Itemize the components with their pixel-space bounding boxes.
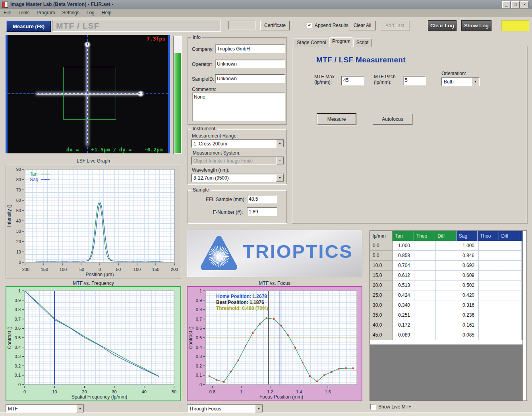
efl-field[interactable]: 48.5 bbox=[247, 195, 277, 203]
table-row[interactable]: 10.00.7040.692 bbox=[370, 261, 522, 271]
table-cell[interactable]: 0.424 bbox=[393, 290, 414, 300]
table-cell[interactable] bbox=[479, 310, 500, 320]
column-header[interactable]: Tan bbox=[393, 231, 414, 241]
maximize-icon[interactable]: ❐ bbox=[511, 1, 520, 8]
table-cell[interactable]: 0.236 bbox=[457, 310, 479, 320]
column-header[interactable]: Theo bbox=[478, 231, 499, 241]
table-scrollbar[interactable] bbox=[522, 231, 526, 401]
table-cell[interactable]: 0.316 bbox=[457, 300, 479, 310]
sampleid-field[interactable]: Unknown bbox=[215, 74, 285, 83]
tab-program[interactable]: Program bbox=[329, 37, 353, 47]
table-cell[interactable]: 0.340 bbox=[393, 300, 414, 310]
chevron-down-icon[interactable]: ▼ bbox=[276, 174, 284, 182]
table-cell[interactable]: 0.692 bbox=[457, 261, 479, 271]
table-cell[interactable] bbox=[414, 271, 436, 281]
table-cell[interactable] bbox=[500, 281, 522, 290]
mtf-focus-chart[interactable]: 00.10.20.30.40.50.60.70.80.910.811.21.41… bbox=[187, 286, 362, 401]
table-cell[interactable] bbox=[414, 330, 436, 340]
table-cell[interactable]: 0.161 bbox=[457, 320, 479, 330]
table-cell[interactable]: 0.612 bbox=[393, 271, 414, 281]
table-cell[interactable] bbox=[436, 261, 457, 271]
table-cell[interactable] bbox=[500, 310, 522, 320]
column-header[interactable]: Diff bbox=[499, 231, 520, 241]
table-cell[interactable]: 1.000 bbox=[457, 241, 479, 251]
table-cell[interactable] bbox=[479, 281, 500, 290]
table-cell[interactable] bbox=[436, 251, 457, 261]
table-cell[interactable] bbox=[414, 261, 436, 271]
certificate-button[interactable]: Certificate bbox=[260, 21, 290, 30]
measure-button[interactable]: Measure bbox=[317, 114, 356, 125]
table-cell[interactable] bbox=[414, 310, 436, 320]
lsf-chart[interactable]: 0102030405060708090-200-150-100-50050100… bbox=[6, 164, 181, 279]
table-cell[interactable] bbox=[500, 261, 522, 271]
show-log-button[interactable]: Show Log bbox=[461, 20, 491, 31]
table-cell[interactable] bbox=[500, 290, 522, 300]
table-cell[interactable] bbox=[414, 281, 436, 290]
menu-tools[interactable]: Tools bbox=[15, 9, 33, 17]
mtf-pitch-field[interactable]: 5 bbox=[403, 76, 426, 85]
table-cell[interactable] bbox=[436, 320, 457, 330]
table-cell[interactable]: 0.089 bbox=[393, 330, 414, 340]
table-cell[interactable] bbox=[436, 281, 457, 290]
operator-field[interactable]: Unknown bbox=[215, 60, 285, 68]
menu-help[interactable]: Help bbox=[98, 9, 115, 17]
table-cell[interactable] bbox=[414, 290, 436, 300]
mtf-max-field[interactable]: 45 bbox=[341, 76, 364, 85]
chevron-down-icon[interactable]: ▼ bbox=[255, 405, 263, 412]
clear-all-button[interactable]: Clear All bbox=[349, 21, 376, 30]
table-cell[interactable]: 1.000 bbox=[393, 241, 414, 251]
roi-rectangle[interactable] bbox=[63, 67, 116, 120]
graph-type-select[interactable]: MTF ▼ bbox=[6, 404, 84, 413]
camera-live-view[interactable]: 7.3fps dx = +1.5µm / dy = -0.2µm bbox=[6, 35, 170, 153]
table-row[interactable]: 25.00.4240.420 bbox=[370, 290, 522, 300]
table-row[interactable]: 45.00.0890.085 bbox=[370, 330, 522, 340]
column-header[interactable]: lp/mm bbox=[370, 231, 393, 241]
table-cell[interactable] bbox=[500, 300, 522, 310]
table-cell[interactable] bbox=[479, 290, 500, 300]
company-field[interactable]: Trioptics GmbH bbox=[215, 45, 285, 53]
table-row[interactable]: 15.00.6120.609 bbox=[370, 271, 522, 281]
table-cell[interactable] bbox=[436, 310, 457, 320]
table-cell[interactable] bbox=[479, 271, 500, 281]
table-cell[interactable]: 0.085 bbox=[457, 330, 479, 340]
table-cell[interactable]: 0.858 bbox=[393, 251, 414, 261]
chevron-down-icon[interactable]: ▼ bbox=[276, 140, 284, 147]
tab-stage-control[interactable]: Stage Control bbox=[294, 39, 329, 47]
measure-f8-button[interactable]: Measure (F8) bbox=[6, 21, 51, 32]
column-header[interactable]: Sag bbox=[457, 231, 478, 241]
table-cell[interactable]: 0.420 bbox=[457, 290, 479, 300]
comments-field[interactable]: None bbox=[192, 93, 285, 121]
table-cell[interactable] bbox=[479, 300, 500, 310]
table-cell[interactable] bbox=[500, 241, 522, 251]
table-cell[interactable]: 0.172 bbox=[393, 320, 414, 330]
menu-log[interactable]: Log bbox=[83, 9, 98, 17]
measurement-range-select[interactable]: 1. Cross 200um ▼ bbox=[191, 139, 284, 148]
append-results-checkbox[interactable]: ✓ bbox=[307, 23, 312, 28]
show-live-mtf-checkbox[interactable] bbox=[370, 404, 376, 410]
table-cell[interactable] bbox=[479, 251, 500, 261]
menu-settings[interactable]: Settings bbox=[58, 9, 83, 17]
clear-log-button[interactable]: Clear Log bbox=[428, 20, 457, 31]
table-cell[interactable] bbox=[500, 251, 522, 261]
table-row[interactable]: 0.01.0001.000 bbox=[370, 241, 522, 251]
chevron-down-icon[interactable]: ▼ bbox=[76, 405, 84, 412]
table-row[interactable]: 20.00.5130.502 bbox=[370, 281, 522, 290]
table-cell[interactable] bbox=[500, 271, 522, 281]
focus-graph-select[interactable]: Through Focus ▼ bbox=[187, 404, 263, 413]
table-cell[interactable]: 0.846 bbox=[457, 251, 479, 261]
table-row[interactable]: 5.00.8580.846 bbox=[370, 251, 522, 261]
mtf-frequency-chart[interactable]: 00.10.20.30.40.50.60.70.80.9101020304050… bbox=[6, 286, 181, 401]
table-cell[interactable]: 0.609 bbox=[457, 271, 479, 281]
minimize-icon[interactable]: _ bbox=[502, 1, 511, 8]
menu-program[interactable]: Program bbox=[33, 9, 58, 17]
table-cell[interactable]: 0.251 bbox=[393, 310, 414, 320]
table-cell[interactable] bbox=[479, 330, 500, 340]
table-cell[interactable] bbox=[479, 241, 500, 251]
table-cell[interactable]: 0.513 bbox=[393, 281, 414, 290]
autofocus-button[interactable]: Autofocus bbox=[373, 114, 412, 125]
wavelength-select[interactable]: 8-12.7um (9500) ▼ bbox=[191, 174, 284, 182]
table-row[interactable]: 40.00.1720.161 bbox=[370, 320, 522, 330]
table-cell[interactable] bbox=[414, 241, 436, 251]
table-cell[interactable] bbox=[414, 251, 436, 261]
tab-script[interactable]: Script bbox=[353, 39, 371, 47]
